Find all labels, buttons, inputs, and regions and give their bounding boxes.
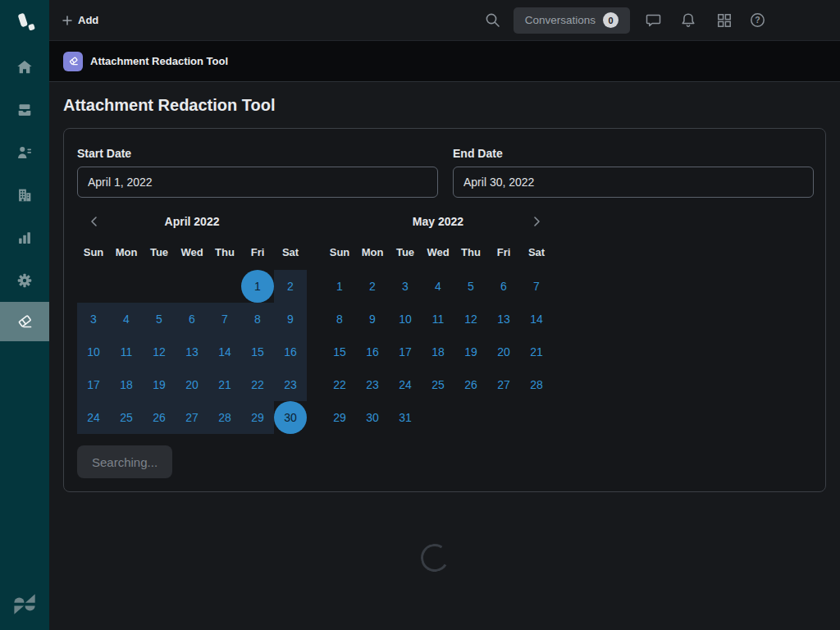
end-date-input[interactable] [453, 167, 814, 198]
chevron-left-icon[interactable] [77, 208, 110, 235]
add-button[interactable]: Add [62, 14, 98, 26]
bell-icon[interactable] [680, 11, 696, 29]
calendar-day[interactable]: 10 [77, 336, 110, 368]
calendar-day[interactable]: 23 [356, 368, 389, 401]
calendar-day[interactable]: 16 [274, 336, 307, 368]
help-icon[interactable]: ? [749, 11, 766, 29]
calendar-day[interactable]: 15 [323, 336, 356, 368]
calendar-day[interactable]: 13 [487, 303, 520, 336]
weekday-label: Tue [389, 240, 422, 265]
calendar-day[interactable]: 23 [274, 368, 307, 401]
calendar-day[interactable]: 9 [356, 303, 389, 336]
chevron-right-icon[interactable] [520, 208, 553, 235]
calendar-day[interactable]: 30 [356, 401, 389, 434]
calendar-day[interactable]: 16 [356, 336, 389, 368]
tab-attachment-redaction-tool[interactable]: Attachment Redaction Tool [63, 52, 228, 71]
calendar-day[interactable]: 3 [389, 270, 422, 303]
calendar-day[interactable]: 3 [77, 303, 110, 336]
calendar-day[interactable]: 22 [241, 368, 274, 401]
search-icon[interactable] [485, 12, 500, 28]
chat-icon[interactable] [645, 11, 662, 29]
calendar-day[interactable]: 18 [422, 336, 454, 368]
date-range-card: Start Date End Date April 2022 [63, 128, 826, 492]
eraser-icon [63, 52, 83, 71]
calendar-day[interactable]: 4 [422, 270, 454, 303]
calendar-day[interactable]: 26 [454, 368, 487, 401]
sidebar-spacer [0, 341, 49, 579]
sidebar-item-views[interactable] [0, 89, 49, 131]
calendar-day[interactable]: 1 [241, 270, 274, 303]
calendar-day[interactable]: 24 [77, 401, 110, 434]
weekday-label: Thu [208, 240, 241, 265]
calendar-day[interactable]: 30 [274, 401, 307, 434]
calendar-day[interactable]: 6 [487, 270, 520, 303]
calendar-day[interactable]: 14 [520, 303, 553, 336]
calendar-day[interactable]: 25 [110, 401, 143, 434]
calendar-day[interactable]: 12 [454, 303, 487, 336]
calendar-day[interactable]: 29 [323, 401, 356, 434]
customers-icon [16, 144, 34, 162]
calendar-month-april: April 2022 [77, 208, 307, 235]
calendar-day[interactable]: 8 [241, 303, 274, 336]
calendar-day[interactable]: 2 [356, 270, 389, 303]
calendar-day[interactable]: 21 [520, 336, 553, 368]
calendar-day[interactable]: 12 [143, 336, 176, 368]
calendar-day[interactable]: 13 [176, 336, 208, 368]
weekday-label: Fri [241, 240, 274, 265]
calendar-day[interactable]: 14 [208, 336, 241, 368]
calendar-month-may: May 2022 [323, 208, 553, 235]
end-date-field: End Date [453, 142, 814, 198]
calendar-day[interactable]: 8 [323, 303, 356, 336]
calendar-day-empty [520, 401, 553, 434]
calendar-day[interactable]: 6 [176, 303, 208, 336]
searching-button[interactable]: Searching... [77, 445, 172, 478]
sidebar-item-redaction-app[interactable] [0, 302, 49, 341]
calendar-day[interactable]: 25 [422, 368, 454, 401]
calendar-day[interactable]: 20 [176, 368, 208, 401]
calendar-day[interactable]: 24 [389, 368, 422, 401]
calendar-day[interactable]: 1 [323, 270, 356, 303]
sidebar-item-organizations[interactable] [0, 174, 49, 217]
start-date-input[interactable] [77, 167, 438, 198]
calendar-day[interactable]: 2 [274, 270, 307, 303]
sidebar-item-reporting[interactable] [0, 217, 49, 259]
sidebar-item-admin[interactable] [0, 259, 49, 302]
calendar-day[interactable]: 21 [208, 368, 241, 401]
calendar-day[interactable]: 29 [241, 401, 274, 434]
conversations-button[interactable]: Conversations 0 [514, 7, 630, 34]
calendar-day[interactable]: 7 [208, 303, 241, 336]
calendar-day[interactable]: 20 [487, 336, 520, 368]
calendar-day[interactable]: 28 [208, 401, 241, 434]
calendar-day[interactable]: 5 [143, 303, 176, 336]
calendar-day[interactable]: 11 [110, 336, 143, 368]
svg-text:?: ? [755, 15, 760, 25]
calendar-day[interactable]: 18 [110, 368, 143, 401]
calendar-nav: April 2022 May 2022 [77, 208, 553, 235]
apps-grid-icon[interactable] [716, 12, 733, 29]
topbar: Add Conversations 0 [49, 0, 840, 41]
calendar-day[interactable]: 17 [77, 368, 110, 401]
calendar-day[interactable]: 7 [520, 270, 553, 303]
calendar-day[interactable]: 9 [274, 303, 307, 336]
plus-icon [62, 16, 72, 25]
calendar-day[interactable]: 4 [110, 303, 143, 336]
start-date-label: Start Date [77, 147, 438, 160]
calendar-day[interactable]: 26 [143, 401, 176, 434]
calendar-day[interactable]: 27 [487, 368, 520, 401]
calendar-day[interactable]: 27 [176, 401, 208, 434]
product-logo[interactable] [0, 0, 49, 46]
calendar-day[interactable]: 28 [520, 368, 553, 401]
calendar-day[interactable]: 5 [454, 270, 487, 303]
calendar-day[interactable]: 22 [323, 368, 356, 401]
calendar-day[interactable]: 31 [389, 401, 422, 434]
weekday-label: Tue [143, 240, 176, 265]
calendar-day[interactable]: 10 [389, 303, 422, 336]
sidebar-item-customers[interactable] [0, 131, 49, 174]
calendar-day[interactable]: 15 [241, 336, 274, 368]
calendar-day[interactable]: 17 [389, 336, 422, 368]
calendar-day[interactable]: 19 [454, 336, 487, 368]
sidebar-item-home[interactable] [0, 46, 49, 89]
organizations-icon [16, 186, 34, 204]
calendar-day[interactable]: 11 [422, 303, 454, 336]
calendar-day[interactable]: 19 [143, 368, 176, 401]
